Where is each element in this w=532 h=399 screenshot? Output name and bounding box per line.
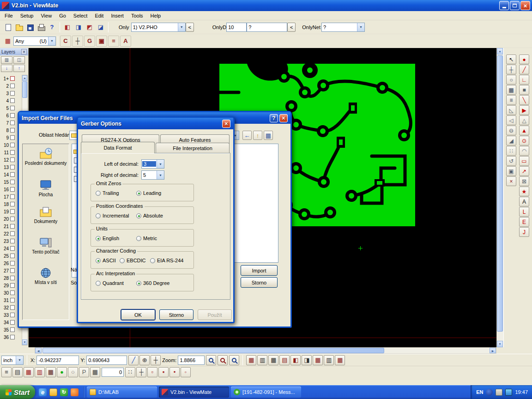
target-pad-tool-icon[interactable]: ⊙	[519, 136, 529, 145]
layer-color-swatch[interactable]	[10, 194, 15, 199]
minimize-button[interactable]	[499, 1, 509, 10]
only-layer-label[interactable]: Only	[119, 24, 129, 30]
layer-color-swatch[interactable]	[10, 217, 15, 221]
layer-color-swatch[interactable]	[10, 98, 15, 103]
measure-line-icon[interactable]: ╱	[128, 355, 139, 365]
task-button-viewmate[interactable]: V2.bin - ViewMate	[159, 387, 229, 398]
grid-style-icon-7[interactable]: ▦	[313, 355, 323, 365]
place-documents[interactable]: Dokumenty	[23, 206, 69, 224]
browser-icon[interactable]	[71, 388, 79, 396]
grid-style-icon-8[interactable]: ▥	[324, 355, 334, 365]
language-bar-icon[interactable]	[486, 389, 493, 396]
menu-item[interactable]: Tools	[127, 12, 147, 19]
grid-value-field[interactable]: 0	[102, 368, 124, 377]
only-net-label[interactable]: Only	[302, 24, 313, 30]
rect-pad-tool-icon[interactable]: ▭	[519, 156, 529, 166]
radio-icon[interactable]	[136, 236, 141, 241]
new-file-icon[interactable]	[2, 22, 13, 33]
layer-color-swatch[interactable]	[10, 224, 15, 229]
radio-incremental[interactable]: Incremental	[96, 213, 129, 218]
filter-crosshair-icon[interactable]: ┼	[72, 36, 83, 47]
restore-button[interactable]	[510, 1, 520, 10]
cancel-button[interactable]: Storno	[241, 277, 278, 288]
subtract-tool-icon[interactable]: ⊖	[506, 126, 516, 135]
layer-color-swatch[interactable]	[10, 320, 15, 325]
corner-tool-icon[interactable]: ◢	[506, 136, 516, 145]
filter-text-icon[interactable]: A	[120, 36, 131, 47]
j-shape-tool-icon[interactable]: J	[519, 227, 529, 237]
fill-tool-icon[interactable]: ▣	[506, 166, 516, 176]
layer-color-swatch[interactable]	[10, 91, 15, 96]
grid-style-icon-3[interactable]: ▦	[268, 355, 278, 365]
filter-rows-icon[interactable]: ≡	[108, 36, 119, 47]
start-button[interactable]: Start	[0, 385, 35, 399]
layer-row[interactable]: 36	[1, 333, 21, 341]
layer-color-swatch[interactable]	[10, 335, 15, 339]
scroll-up-icon[interactable]: ▲	[22, 75, 27, 81]
layer-color-swatch[interactable]	[10, 187, 15, 192]
text-tool-icon[interactable]: A	[519, 197, 529, 206]
radio-icon[interactable]	[136, 213, 141, 218]
dialog-title-bar[interactable]: Gerber Options ×	[78, 118, 233, 129]
dcode-input[interactable]: 10	[226, 23, 247, 32]
layer-color-swatch[interactable]	[10, 128, 15, 133]
layer-row[interactable]: 2	[1, 82, 21, 90]
ok-button[interactable]: OK	[121, 309, 155, 320]
context-help-icon[interactable]	[47, 22, 58, 33]
pad-dot-tool-icon[interactable]: ●	[519, 54, 529, 64]
internet-explorer-icon[interactable]: e	[39, 388, 47, 396]
layer-film-icon-4[interactable]: ◪	[95, 22, 106, 33]
layer-row[interactable]: 4	[1, 97, 21, 104]
layer-color-swatch[interactable]	[10, 283, 15, 288]
up-folder-icon[interactable]: ↑	[253, 131, 262, 140]
layer-color-swatch[interactable]	[10, 121, 15, 125]
menu-item[interactable]: Setup	[17, 12, 37, 19]
filter-pad-icon[interactable]: ▣	[96, 36, 107, 47]
radio-icon[interactable]	[96, 236, 101, 241]
radio-icon[interactable]	[96, 213, 101, 218]
radio-icon[interactable]	[96, 281, 101, 286]
back-icon[interactable]: ←	[242, 131, 252, 140]
import-button[interactable]: Import	[241, 265, 278, 276]
radio-ebcdic[interactable]: EBCDIC	[120, 258, 146, 263]
layer-color-swatch[interactable]	[10, 313, 15, 317]
grid-style-icon-1[interactable]: ▦	[246, 355, 256, 365]
radio-absolute[interactable]: Absolute	[136, 213, 163, 218]
task-button-mlab[interactable]: D:\MLAB	[87, 387, 157, 398]
menu-item[interactable]: Edit	[91, 12, 107, 19]
e-shape-tool-icon[interactable]: E	[519, 217, 529, 227]
probe-icon[interactable]: P	[79, 367, 89, 377]
layer-row[interactable]: 5	[1, 104, 21, 112]
prev-dcode-button[interactable]: <	[287, 23, 296, 32]
vector-tool-icon[interactable]: ↗	[519, 166, 529, 176]
pattern-icon-1[interactable]: ▦	[24, 367, 34, 377]
print-icon[interactable]	[36, 22, 47, 33]
menu-item[interactable]: Help	[147, 12, 165, 19]
erase-tool-icon[interactable]: ×	[506, 176, 516, 186]
save-file-icon[interactable]	[24, 22, 36, 33]
place-computer[interactable]: Tento počítač	[23, 236, 69, 254]
grid-style-icon-5[interactable]: ◧	[290, 355, 301, 365]
filter-g-icon[interactable]: G	[84, 36, 95, 47]
layers-panel-button-1[interactable]: ▥	[1, 56, 12, 64]
place-recent[interactable]: Poslední dokumenty	[23, 148, 69, 166]
layer-color-swatch[interactable]	[10, 135, 15, 140]
layer-color-swatch[interactable]	[10, 298, 15, 302]
radio-icon[interactable]	[150, 258, 155, 263]
layer-color-swatch[interactable]	[10, 157, 15, 162]
layer-color-swatch[interactable]	[10, 209, 15, 214]
update-arrows-icon[interactable]: ↻	[60, 388, 68, 396]
radio-leading[interactable]: Leading	[136, 190, 161, 196]
x-coordinate-field[interactable]: -0.942237	[36, 356, 79, 365]
layer-color-swatch[interactable]	[10, 143, 15, 147]
radio-english[interactable]: English	[96, 236, 119, 241]
layers-tool-icon[interactable]: ≡	[506, 95, 516, 105]
task-button-messenger[interactable]: [191-482-091] - Mess...	[231, 387, 301, 398]
layer-color-swatch[interactable]	[10, 254, 15, 258]
chevron-down-icon[interactable]: ▼	[157, 171, 164, 179]
zoom-in-icon[interactable]	[206, 355, 216, 365]
layer-film-icon-1[interactable]: ◧	[62, 22, 73, 33]
layers-panel-close-button[interactable]: ×	[21, 49, 27, 54]
layer-row[interactable]: 3	[1, 90, 21, 97]
film-frames-icon[interactable]: ▤	[12, 367, 23, 377]
